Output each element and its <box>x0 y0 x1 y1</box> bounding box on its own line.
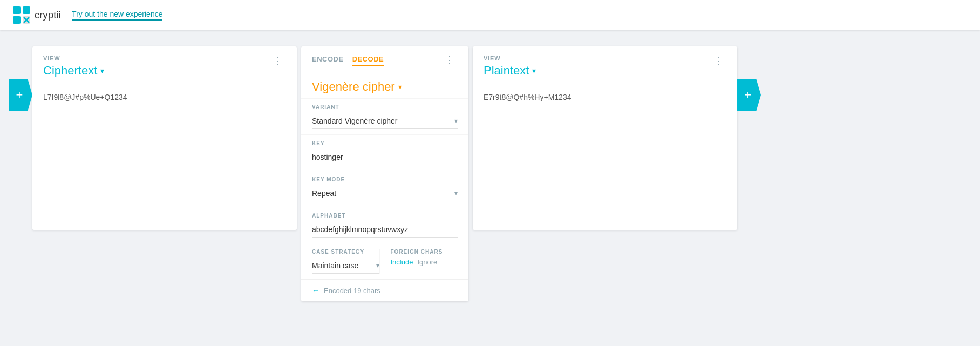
new-experience-link[interactable]: Try out the new experience <box>72 10 162 21</box>
case-strategy-col: CASE STRATEGY Maintain case ▾ <box>312 249 379 274</box>
right-nav-plus-icon: + <box>745 88 752 102</box>
encoder-header: ENCODE DECODE ⋮ <box>301 46 468 73</box>
right-nav-add-button[interactable]: + <box>737 79 761 111</box>
key-mode-chevron-icon: ▾ <box>454 189 458 197</box>
encoder-panel: ENCODE DECODE ⋮ Vigenère cipher ▾ VARIAN… <box>301 46 468 301</box>
ciphertext-content: L7f9l8@J#p%Ue+Q1234 <box>32 84 297 112</box>
foreign-chars-label: FOREIGN CHARS <box>391 249 458 255</box>
foreign-chars-col: FOREIGN CHARS Include Ignore <box>379 249 458 274</box>
foreign-chars-options: Include Ignore <box>391 258 458 266</box>
encoder-tabs: ENCODE DECODE <box>312 53 384 66</box>
encode-tab[interactable]: ENCODE <box>312 53 344 66</box>
key-field-group: KEY <box>301 134 468 171</box>
case-strategy-label: CASE STRATEGY <box>312 249 379 255</box>
plaintext-title: Plaintext <box>484 64 529 78</box>
variant-select[interactable]: Standard Vigenère cipher ▾ <box>312 113 458 129</box>
ciphertext-dropdown-icon: ▾ <box>100 66 104 75</box>
plaintext-section-label: VIEW <box>484 55 536 62</box>
left-nav-add-button[interactable]: + <box>9 79 32 111</box>
logo: cryptii <box>13 6 61 24</box>
ciphertext-title-row[interactable]: Ciphertext ▾ <box>43 64 104 78</box>
key-mode-label: KEY MODE <box>312 177 458 182</box>
key-label: KEY <box>312 140 458 146</box>
footer-status: Encoded 19 chars <box>324 287 380 295</box>
alphabet-label: ALPHABET <box>312 213 458 219</box>
key-mode-field-group: KEY MODE Repeat ▾ <box>301 171 468 207</box>
ciphertext-panel-header: VIEW Ciphertext ▾ ⋮ <box>32 46 297 84</box>
plaintext-content: E7r9t8@Q#h%Hy+M1234 <box>473 84 737 112</box>
logo-text: cryptii <box>35 10 61 21</box>
footer-arrow-icon: ← <box>312 286 319 295</box>
foreign-include-option[interactable]: Include <box>391 258 413 266</box>
case-foreign-row: CASE STRATEGY Maintain case ▾ FOREIGN CH… <box>301 243 468 279</box>
plaintext-title-row[interactable]: Plaintext ▾ <box>484 64 536 78</box>
case-strategy-value: Maintain case <box>312 261 358 270</box>
alphabet-input[interactable] <box>312 222 458 238</box>
encoder-footer: ← Encoded 19 chars <box>301 279 468 301</box>
encoder-more-button[interactable]: ⋮ <box>441 54 458 66</box>
key-mode-value: Repeat <box>312 189 336 198</box>
ciphertext-more-button[interactable]: ⋮ <box>270 55 286 67</box>
ciphertext-title: Ciphertext <box>43 64 97 78</box>
case-strategy-select[interactable]: Maintain case ▾ <box>312 258 379 274</box>
plaintext-more-button[interactable]: ⋮ <box>710 55 726 67</box>
variant-chevron-icon: ▾ <box>454 117 458 125</box>
foreign-ignore-option[interactable]: Ignore <box>417 258 437 266</box>
cryptii-logo-icon <box>13 6 30 24</box>
encoder-title: Vigenère cipher <box>312 80 395 94</box>
plaintext-panel: VIEW Plaintext ▾ ⋮ E7r9t8@Q#h%Hy+M1234 <box>473 46 737 230</box>
ciphertext-panel-header-left: VIEW Ciphertext ▾ <box>43 55 104 78</box>
key-mode-select[interactable]: Repeat ▾ <box>312 186 458 201</box>
ciphertext-panel: VIEW Ciphertext ▾ ⋮ L7f9l8@J#p%Ue+Q1234 <box>32 46 297 230</box>
ciphertext-section-label: VIEW <box>43 55 104 62</box>
svg-rect-2 <box>13 16 21 24</box>
svg-rect-0 <box>13 6 21 14</box>
plaintext-panel-header-left: VIEW Plaintext ▾ <box>484 55 536 78</box>
variant-field-group: VARIANT Standard Vigenère cipher ▾ <box>301 98 468 134</box>
left-nav-plus-icon: + <box>16 88 23 102</box>
header: cryptii Try out the new experience <box>0 0 980 30</box>
key-input[interactable] <box>312 150 458 165</box>
variant-value: Standard Vigenère cipher <box>312 117 398 125</box>
decode-tab[interactable]: DECODE <box>352 53 384 66</box>
plaintext-dropdown-icon: ▾ <box>532 66 536 75</box>
encoder-title-row[interactable]: Vigenère cipher ▾ <box>301 73 468 98</box>
ciphertext-value: L7f9l8@J#p%Ue+Q1234 <box>43 93 127 101</box>
plaintext-value: E7r9t8@Q#h%Hy+M1234 <box>484 93 571 101</box>
panels-row: + VIEW Ciphertext ▾ ⋮ L7f9l8@J#p%Ue+Q123… <box>0 30 980 317</box>
plaintext-panel-header: VIEW Plaintext ▾ ⋮ <box>473 46 737 84</box>
variant-label: VARIANT <box>312 104 458 110</box>
encoder-dropdown-icon: ▾ <box>398 83 402 91</box>
alphabet-field-group: ALPHABET <box>301 207 468 243</box>
svg-rect-1 <box>23 6 30 14</box>
